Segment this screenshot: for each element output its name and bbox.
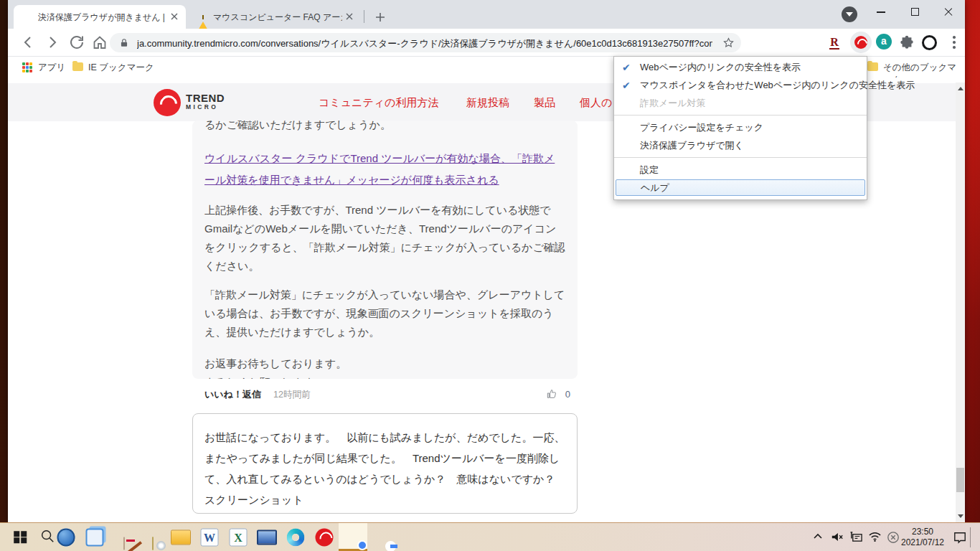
nav-community-guide[interactable]: コミュニティの利用方法 (319, 96, 438, 110)
comment-paragraph: お返事お待ちしております。 よろしくお願いします。 (204, 354, 565, 379)
bookmark-star-icon[interactable] (722, 37, 735, 52)
scroll-up-icon[interactable] (958, 87, 963, 90)
thumbs-up-icon[interactable] (546, 388, 557, 402)
taskbar-app-postcard[interactable] (109, 523, 138, 551)
file-explorer-icon (171, 529, 191, 545)
close-button[interactable] (933, 0, 963, 23)
amazon-assistant-extension-icon[interactable]: a (876, 34, 892, 50)
menu-item-open-pay-guard[interactable]: 決済保護ブラウザで開く (614, 136, 867, 154)
url-text[interactable]: ja.community.trendmicro.com/conversation… (137, 37, 712, 50)
tab-strip: 決済保護ブラウザが開きません | トレ マウスコンピューター FAQ アーカイブ… (8, 0, 965, 29)
trendmicro-logo[interactable]: TREND MICRO (154, 89, 240, 116)
taskbar-app-trendmicro[interactable] (310, 523, 339, 551)
taskbar-app-word[interactable]: W (195, 523, 224, 551)
address-bar[interactable]: ja.community.trendmicro.com/conversation… (110, 33, 741, 52)
tab-divider (364, 10, 364, 23)
excel-icon: X (230, 528, 248, 546)
menu-item-show-link-safety[interactable]: ✔ Webページ内のリンクの安全性を表示 (614, 58, 867, 76)
taskbar-file-explorer[interactable] (166, 523, 195, 551)
kb-article-link[interactable]: ウイルスバスター クラウドでTrend ツールバーが有効な場合、「詐欺メール対策… (204, 148, 565, 191)
reply-comment-text: お世話になっております。 以前にも試みましたが、だめでした。一応、またやってみま… (204, 431, 565, 506)
comment-paragraph: 上記操作後、お手数ですが、Trend ツールバーを有効にしている状態でGmail… (204, 201, 565, 276)
bug-app-icon (57, 528, 75, 546)
lock-icon[interactable] (119, 37, 129, 52)
cd-folder-icon (152, 537, 154, 550)
tab-title: 決済保護ブラウザが開きません | トレ (38, 11, 167, 24)
apps-grid-icon[interactable] (22, 62, 32, 72)
taskbar-app-antivirus[interactable] (52, 523, 80, 551)
trendmicro-extension-menu: ✔ Webページ内のリンクの安全性を表示 ✔ マウスポインタを合わせたWebペー… (613, 56, 867, 200)
computer-icon (257, 529, 277, 545)
tab-title: マウスコンピューター FAQ アーカイブペ– (213, 11, 342, 24)
taskbar-app-media-folder[interactable] (138, 523, 166, 551)
folder-icon[interactable] (72, 62, 83, 71)
tab-active[interactable]: 決済保護ブラウザが開きません | トレ (14, 5, 186, 29)
taskbar-app-swirl[interactable] (281, 523, 310, 551)
tab-inactive[interactable]: マウスコンピューター FAQ アーカイブペ– (189, 5, 361, 29)
maximize-button[interactable] (900, 0, 930, 23)
tray-ime-input-icon[interactable] (849, 531, 863, 546)
trendmicro-extension-icon[interactable] (850, 32, 872, 53)
taskbar-app-google[interactable] (367, 523, 396, 551)
extensions-puzzle-icon[interactable] (899, 34, 916, 52)
taskbar-app-sync[interactable] (80, 523, 109, 551)
nav-products[interactable]: 製品 (534, 96, 555, 110)
tray-sync-error-icon[interactable] (887, 531, 900, 547)
reply-comment-box[interactable]: お世話になっております。 以前にも試みましたが、だめでした。一応、またやってみま… (192, 413, 578, 514)
trendmicro-logo-icon (154, 89, 181, 116)
rakuten-extension-icon[interactable]: R (826, 34, 843, 52)
word-icon: W (201, 528, 219, 546)
bookmark-apps[interactable]: アプリ (38, 62, 65, 74)
tab-search-button[interactable] (842, 6, 857, 22)
taskbar-clock[interactable]: 23:50 2021/07/12 (900, 527, 945, 548)
action-center-icon[interactable] (953, 531, 967, 547)
taskbar-app-excel[interactable]: X (224, 523, 253, 551)
comment-actions: いいね！ 返信 12時間前 0 (192, 388, 578, 404)
show-desktop-divider[interactable] (970, 527, 971, 547)
windows-logo-icon (14, 531, 27, 544)
page-scrollbar[interactable] (956, 83, 965, 522)
taskbar-app-chrome-active[interactable] (339, 523, 367, 551)
tray-volume-muted-icon[interactable] (831, 531, 844, 546)
nav-new-post[interactable]: 新規投稿 (466, 96, 509, 110)
new-tab-button[interactable] (371, 8, 390, 27)
taskbar: W X (0, 522, 980, 551)
menu-item-fraud-mail-disabled: 詐欺メール対策 (614, 94, 867, 112)
back-icon[interactable] (19, 34, 37, 51)
menu-item-hover-link-safety[interactable]: ✔ マウスポインタを合わせたWebページ内のリンクの安全性を表示 (614, 76, 867, 94)
start-button[interactable] (6, 523, 34, 551)
home-icon[interactable] (91, 34, 108, 51)
tab-close-icon[interactable] (344, 11, 355, 22)
desktop: 決済保護ブラウザが開きません | トレ マウスコンピューター FAQ アーカイブ… (0, 0, 980, 551)
chrome-menu-icon[interactable] (945, 34, 962, 51)
tray-chevron-up-icon[interactable] (812, 531, 824, 545)
comment-bubble: るかご確認いただけますでしょうか。 ウイルスバスター クラウドでTrend ツー… (192, 121, 578, 379)
check-icon: ✔ (622, 77, 631, 95)
browser-window: 決済保護ブラウザが開きません | トレ マウスコンピューター FAQ アーカイブ… (8, 0, 965, 522)
sync-pages-icon (86, 528, 104, 546)
bookmark-ie-folder[interactable]: IE ブックマーク (88, 62, 154, 74)
menu-separator (614, 157, 867, 158)
comment-paragraph: 「詐欺メール対策」にチェックが入っていない場合や、グレーアウトしている場合は、お… (204, 286, 565, 342)
menu-item-privacy-check[interactable]: プライバシー設定をチェック (614, 118, 867, 136)
forward-icon[interactable] (44, 34, 61, 51)
browser-toolbar: ja.community.trendmicro.com/conversation… (8, 29, 965, 57)
minimize-button[interactable] (866, 0, 896, 23)
folder-icon[interactable] (867, 62, 878, 71)
dark-ring-extension-icon[interactable] (922, 35, 937, 50)
tray-wifi-icon[interactable] (868, 531, 882, 545)
menu-item-settings[interactable]: 設定 (614, 161, 867, 179)
scrollbar-thumb[interactable] (956, 468, 964, 492)
reload-icon[interactable] (68, 34, 85, 51)
clock-date: 2021/07/12 (900, 537, 945, 548)
tab-close-icon[interactable] (169, 11, 180, 22)
reply-button[interactable]: 返信 (242, 388, 261, 401)
like-button[interactable]: いいね！ (204, 388, 242, 401)
comment-timestamp: 12時間前 (273, 389, 310, 401)
menu-item-help[interactable]: ヘルプ (616, 179, 865, 196)
taskbar-app-remote-desktop[interactable] (253, 523, 281, 551)
trendmicro-taskbar-icon (316, 528, 334, 546)
scroll-down-icon[interactable] (958, 514, 963, 518)
nav-personal[interactable]: 個人の (580, 96, 612, 110)
menu-separator (614, 115, 867, 116)
